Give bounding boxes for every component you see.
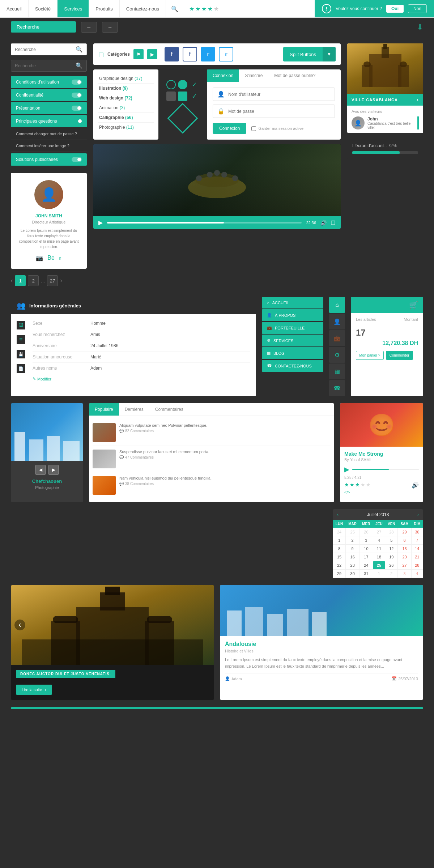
cat-item-4[interactable]: Animation (3)	[98, 103, 154, 113]
username-input[interactable]	[228, 92, 330, 97]
play-icon[interactable]: ▶	[98, 219, 103, 226]
nav-icon-gear[interactable]: ⚙	[329, 347, 345, 363]
edit-link[interactable]: ✎ Modifier	[33, 376, 250, 381]
search-white-input[interactable]	[15, 47, 73, 52]
password-input[interactable]	[228, 109, 330, 114]
menu-confidentialite[interactable]: Confidentialité	[11, 89, 87, 101]
nav-menu-contact[interactable]: ☎ CONTACTEZ-NOUS	[262, 360, 323, 372]
split-button-arrow[interactable]: ▼	[323, 47, 336, 61]
connexion-submit-button[interactable]: Connexion	[213, 123, 246, 134]
cal-cell-sat[interactable]: 3	[398, 570, 411, 578]
fb-outline-btn[interactable]: f	[183, 47, 197, 61]
nav-icon-grid[interactable]: ▦	[329, 363, 345, 379]
video-icon-btn[interactable]: ▶	[147, 49, 157, 59]
dialog-cancel-button[interactable]: Non	[408, 4, 427, 13]
fb-fill-btn[interactable]: f	[165, 47, 179, 61]
blog-tab-commentaires[interactable]: Commentaires	[149, 403, 189, 416]
cat-item-1[interactable]: Graphique design (17)	[98, 74, 154, 84]
behance-icon[interactable]: Be	[47, 255, 55, 261]
cal-cell-sun[interactable]: 30	[411, 528, 423, 536]
nav-menu-accueil[interactable]: ⌂ ACCUEIL	[262, 297, 323, 309]
solutions-button[interactable]: Solutions publicitaires	[11, 153, 87, 166]
cal-cell[interactable]: 1	[333, 536, 346, 545]
cal-cell-sat[interactable]: 27	[398, 561, 411, 570]
cal-cell[interactable]: 8	[333, 545, 346, 553]
bookmark-icon-btn[interactable]: ⚑	[133, 49, 144, 59]
cal-cell[interactable]: 10	[359, 545, 373, 553]
cat-item-2[interactable]: Illustration (9)	[98, 84, 154, 93]
remember-checkbox[interactable]	[251, 126, 256, 131]
page-2[interactable]: 2	[28, 275, 39, 286]
cart-view-button[interactable]: Mon panier >	[356, 351, 384, 360]
menu-principales[interactable]: Principales questions	[11, 115, 87, 127]
cal-cell[interactable]: 19	[385, 553, 398, 561]
cal-cell-sun[interactable]: 4	[411, 570, 423, 578]
nav-contact[interactable]: Contactez-nous	[120, 0, 166, 17]
menu-presentation[interactable]: Présentation	[11, 102, 87, 114]
cal-cell[interactable]: 18	[373, 553, 385, 561]
cal-cell[interactable]: 2	[346, 536, 359, 545]
username-field[interactable]: 👤	[213, 88, 335, 101]
cal-cell[interactable]: 23	[346, 561, 359, 570]
nav-societe[interactable]: Société	[29, 0, 58, 17]
cal-cell-sun[interactable]: 14	[411, 545, 423, 553]
music-progress-track[interactable]	[352, 469, 419, 470]
cal-cell[interactable]: 27	[373, 528, 385, 536]
cat-item-3[interactable]: Web design (72)	[98, 93, 154, 103]
search-white[interactable]: 🔍	[11, 43, 87, 55]
nav-search-icon[interactable]: 🔍	[166, 0, 183, 17]
split-button-main[interactable]: Split Buttons	[283, 47, 323, 61]
instagram-icon[interactable]: 📷	[36, 255, 43, 261]
slider-arrow-left[interactable]: ‹	[14, 620, 25, 630]
cal-cell[interactable]: 16	[346, 553, 359, 561]
cal-cell-today[interactable]: 25	[373, 561, 385, 570]
cal-cell[interactable]: 26	[359, 528, 373, 536]
tw-fill-btn[interactable]: 𝕣	[201, 47, 215, 61]
cal-cell[interactable]: 31	[359, 570, 373, 578]
search-dark[interactable]: 🔍	[11, 60, 87, 72]
nav-produits[interactable]: Produits	[89, 0, 120, 17]
cal-cell[interactable]: 24	[359, 561, 373, 570]
cal-cell[interactable]: 9	[346, 545, 359, 553]
cat-item-6[interactable]: Photographie (11)	[98, 123, 154, 132]
tw-outline-btn[interactable]: 𝕣	[219, 47, 233, 61]
cal-cell[interactable]: 4	[373, 536, 385, 545]
cal-cell[interactable]: 1	[373, 570, 385, 578]
faq-item-1[interactable]: Comment changer mot de passe ?	[11, 128, 87, 140]
prev-page-arrow[interactable]: ‹	[11, 277, 13, 284]
page-27[interactable]: 27	[47, 275, 58, 286]
blog-tab-populaire[interactable]: Populaire	[89, 403, 119, 416]
cal-cell-sat[interactable]: 29	[398, 528, 411, 536]
nav-menu-apropos[interactable]: 👤 À PROPOS	[262, 309, 323, 321]
remember-me-label[interactable]: Garder ma session active	[251, 126, 303, 131]
nav-icon-phone[interactable]: ☎	[329, 380, 345, 396]
cal-cell[interactable]: 30	[346, 570, 359, 578]
dialog-confirm-button[interactable]: Oui	[386, 5, 404, 13]
page-1[interactable]: 1	[15, 275, 26, 286]
prev-arrow-button[interactable]: ←	[81, 22, 97, 33]
nav-accueil[interactable]: Accueil	[0, 0, 29, 17]
cal-cell-sun[interactable]: 28	[411, 561, 423, 570]
tab-password[interactable]: Mot de passe oublié?	[268, 69, 321, 82]
cal-cell[interactable]: 2	[385, 570, 398, 578]
cal-cell[interactable]: 26	[385, 561, 398, 570]
cal-cell[interactable]: 29	[333, 570, 346, 578]
volume-music-icon[interactable]: 🔊	[412, 482, 419, 489]
download-icon[interactable]: ⇓	[417, 22, 423, 32]
cal-cell[interactable]: 3	[359, 536, 373, 545]
search-dark-input[interactable]	[15, 63, 73, 68]
cart-order-button[interactable]: Commender	[386, 351, 413, 360]
cal-cell-sat[interactable]: 20	[398, 553, 411, 561]
cal-prev-arrow[interactable]: ‹	[337, 512, 339, 517]
cal-cell[interactable]: 25	[346, 528, 359, 536]
volume-icon[interactable]: 🔊	[320, 220, 327, 226]
nav-services[interactable]: Services	[58, 0, 89, 17]
cal-cell[interactable]: 11	[373, 545, 385, 553]
video-progress-bar[interactable]	[107, 222, 302, 224]
nav-menu-blog[interactable]: ▦ BLOG	[262, 347, 323, 359]
gallery-next-btn[interactable]: ▶	[48, 465, 59, 475]
cal-cell[interactable]: 5	[385, 536, 398, 545]
nav-icon-briefcase[interactable]: 💼	[329, 330, 345, 346]
password-field[interactable]: 🔒	[213, 105, 335, 118]
cal-cell-sun[interactable]: 7	[411, 536, 423, 545]
